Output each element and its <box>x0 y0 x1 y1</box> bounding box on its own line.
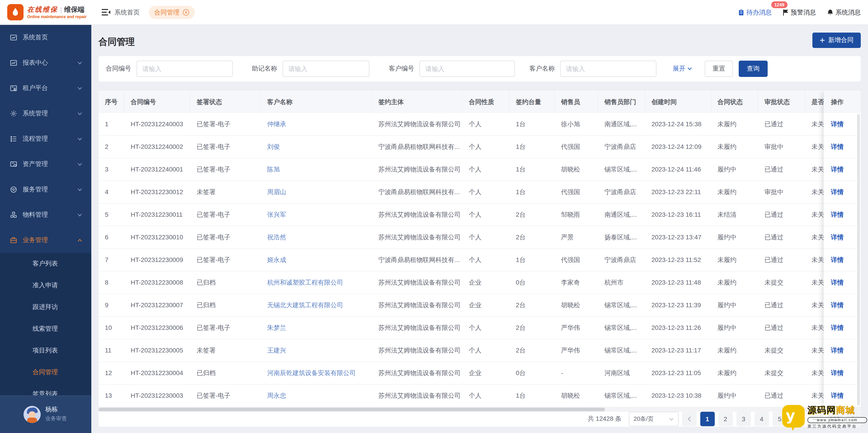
submenu-item-2[interactable]: 跟进拜访 <box>0 296 91 318</box>
sidebar-item-3[interactable]: 系统管理 <box>0 101 91 126</box>
table-body: 1HT-202312240003已签署-电子仲继承苏州法艾姆物流设备有限公司个人… <box>98 113 824 407</box>
detail-link-row-9[interactable]: 详情 <box>824 294 861 317</box>
brand-cn: 在线维保 <box>27 5 58 14</box>
sidebar-item-1[interactable]: 报表中心 <box>0 50 91 76</box>
brand-side: 维保端 <box>64 5 85 14</box>
column-header-nature: 合同性质 <box>463 90 509 113</box>
chevron-down-icon <box>77 188 82 191</box>
detail-link-row-6[interactable]: 详情 <box>824 226 861 249</box>
sidebar-item-2[interactable]: 租户平台 <box>0 76 91 101</box>
detail-link-row-11[interactable]: 详情 <box>824 339 861 362</box>
cell-related: 未关 <box>805 317 824 339</box>
cell-created: 2023-12-23 11:05 <box>645 362 711 384</box>
cell-nature: 个人 <box>463 158 509 180</box>
table-row-5: 5HT-202312230011已签署-电子张兴军苏州法艾姆物流设备有限公司个人… <box>98 204 824 226</box>
column-header-contract_no: 合同编号 <box>124 90 190 113</box>
sidebar-item-8[interactable]: 业务管理 <box>0 228 91 253</box>
collapse-sidebar-icon[interactable] <box>101 8 111 16</box>
detail-link-row-2[interactable]: 详情 <box>824 136 861 158</box>
cell-nature: 个人 <box>463 384 509 407</box>
cell-customer[interactable]: 河南辰乾建筑设备安装有限公司 <box>261 362 372 384</box>
detail-link-row-12[interactable]: 详情 <box>824 362 861 384</box>
search-button[interactable]: 查询 <box>739 61 768 77</box>
page-size-select[interactable]: 20条/页 <box>629 412 678 426</box>
sidebar-item-5[interactable]: 资产管理 <box>0 151 91 177</box>
filter-label-customer-no: 客户编号 <box>389 65 414 73</box>
submenu-item-3[interactable]: 线索管理 <box>0 318 91 340</box>
customer-no-input[interactable] <box>420 61 515 77</box>
cell-customer[interactable]: 张兴军 <box>261 204 372 226</box>
detail-link-row-10[interactable]: 详情 <box>824 317 861 339</box>
tab-contract-management[interactable]: 合同管理 <box>149 6 195 19</box>
page-button-4[interactable]: 4 <box>754 412 769 426</box>
todo-messages[interactable]: 待办消息 <box>738 8 772 17</box>
cell-nature: 个人 <box>463 181 509 203</box>
reset-button[interactable]: 重置 <box>705 61 733 77</box>
cell-salesperson: 严华伟 <box>555 339 598 362</box>
submenu-item-4[interactable]: 项目列表 <box>0 340 91 362</box>
detail-link-row-8[interactable]: 详情 <box>824 271 861 294</box>
warning-messages[interactable]: 预警消息 <box>782 8 816 17</box>
page-button-2[interactable]: 2 <box>718 412 733 426</box>
clipboard-icon <box>738 9 745 16</box>
detail-link-row-3[interactable]: 详情 <box>824 158 861 181</box>
cell-customer[interactable]: 刘俊 <box>261 136 372 158</box>
cell-salesperson: 邹晓雨 <box>555 204 598 226</box>
cell-nature: 企业 <box>463 294 509 316</box>
user-panel[interactable]: 杨栋 业务审查 <box>0 396 91 433</box>
sidebar-item-6[interactable]: 服务管理 <box>0 177 91 202</box>
cell-created: 2023-12-24 11:46 <box>645 158 711 180</box>
page-button-3[interactable]: 3 <box>736 412 751 426</box>
submenu-item-0[interactable]: 客户列表 <box>0 253 91 275</box>
table-scroll-area: 序号合同编号签署状态客户名称签约主体合同性质签约台量销售员销售员部门创建时间合同… <box>98 90 824 407</box>
cell-customer[interactable]: 周眉山 <box>261 181 372 203</box>
table-row-7: 7HT-202312230009已签署-电子姬永成宁波甬鼎易租物联网科技有...… <box>98 249 824 271</box>
column-header-sign_status: 签署状态 <box>190 90 261 113</box>
column-header-created: 创建时间 <box>645 90 711 113</box>
detail-link-row-7[interactable]: 详情 <box>824 249 861 271</box>
cell-customer[interactable]: 朱梦兰 <box>261 317 372 339</box>
submenu-item-5[interactable]: 合同管理 <box>0 362 91 383</box>
sidebar-item-4[interactable]: 流程管理 <box>0 126 91 151</box>
cell-customer[interactable]: 仲继承 <box>261 113 372 135</box>
cell-customer[interactable]: 祝浩然 <box>261 226 372 249</box>
sidebar-item-7[interactable]: 物料管理 <box>0 202 91 228</box>
contract-no-input[interactable] <box>136 61 233 77</box>
column-header-units: 签约台量 <box>509 90 555 113</box>
detail-link-row-5[interactable]: 详情 <box>824 204 861 226</box>
horizontal-scrollbar-thumb[interactable] <box>98 408 605 411</box>
submenu-item-1[interactable]: 准入申请 <box>0 275 91 296</box>
cell-customer[interactable]: 周永忠 <box>261 384 372 407</box>
material-icon <box>10 211 17 219</box>
add-contract-button[interactable]: 新增合同 <box>812 33 861 48</box>
vertical-scrollbar[interactable] <box>857 114 860 405</box>
cell-customer[interactable]: 王建兴 <box>261 339 372 362</box>
cell-sign_status: 已归档 <box>190 294 261 316</box>
chevron-up-icon <box>77 239 82 242</box>
sidebar-item-0[interactable]: 系统首页 <box>0 25 91 50</box>
expand-filters-link[interactable]: 展开 <box>673 65 692 73</box>
cell-customer[interactable]: 无锡北大建筑工程有限公司 <box>261 294 372 316</box>
cell-customer[interactable]: 陈旭 <box>261 158 372 180</box>
cell-customer[interactable]: 姬永成 <box>261 249 372 271</box>
detail-link-row-13[interactable]: 详情 <box>824 384 861 407</box>
cell-contract_no: HT-202312230012 <box>124 181 190 203</box>
cell-created: 2023-12-23 11:26 <box>645 317 711 339</box>
cell-approval: 已通过 <box>758 317 805 339</box>
tab-close-icon[interactable] <box>183 9 189 16</box>
mnemonic-name-input[interactable] <box>283 61 369 77</box>
tab-system-home[interactable]: 系统首页 <box>114 8 140 17</box>
cell-customer[interactable]: 杭州和诚塑胶工程有限公司 <box>261 271 372 294</box>
fixed-action-column: 操作 详情详情详情详情详情详情详情详情详情详情详情详情详情 <box>824 90 861 407</box>
customer-name-input[interactable] <box>560 61 656 77</box>
detail-link-row-1[interactable]: 详情 <box>824 113 861 136</box>
prev-page-button[interactable] <box>682 412 696 426</box>
column-header-related: 是否 <box>805 90 824 113</box>
page-button-1[interactable]: 1 <box>700 412 715 426</box>
cell-contract_no: HT-202312230005 <box>124 339 190 362</box>
system-messages[interactable]: 系统消息 <box>827 8 861 17</box>
cell-related: 未关 <box>805 113 824 135</box>
detail-link-row-4[interactable]: 详情 <box>824 181 861 204</box>
cell-sign_status: 已签署-电子 <box>190 249 261 271</box>
cell-contract_no: HT-202312240003 <box>124 113 190 135</box>
